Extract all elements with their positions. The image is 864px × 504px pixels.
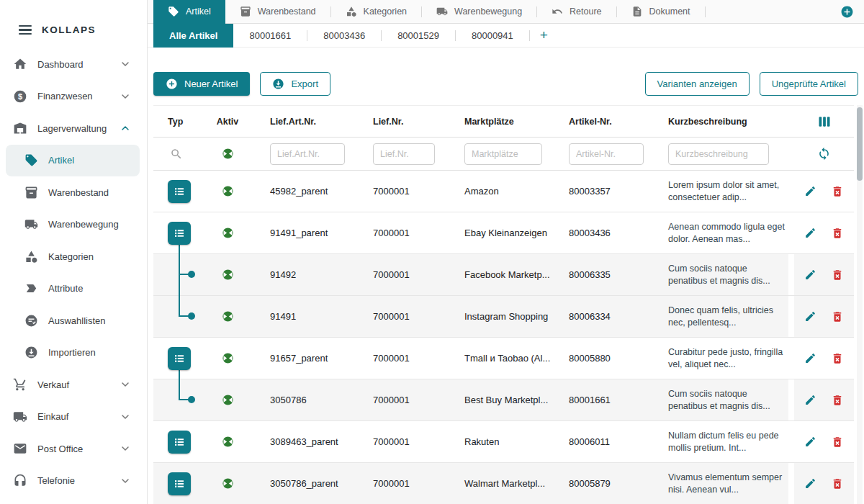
sidebar-subitem-kategorien[interactable]: Kategorien: [0, 240, 147, 273]
cell-marktplatz: Instagram Shopping: [451, 296, 555, 337]
edit-icon[interactable]: [804, 394, 816, 406]
cell-artikel-nr: 80005879: [555, 463, 654, 504]
refresh-icon[interactable]: [817, 147, 831, 161]
edit-icon[interactable]: [804, 310, 816, 323]
filter-artikel-nr-input[interactable]: [569, 143, 644, 165]
button-label: Neuer Artikel: [184, 78, 238, 89]
sidebar-subitem-importieren[interactable]: Importieren: [0, 337, 147, 369]
edit-icon[interactable]: [804, 436, 816, 448]
table-row[interactable]: 45982_parent 7000001 Amazon 80003357 Lor…: [153, 171, 854, 212]
subtab-article[interactable]: 80000941: [456, 24, 529, 48]
subtab-label: 80000941: [472, 30, 513, 41]
sidebar-item-label: Telefonie: [37, 475, 75, 486]
table-row[interactable]: 3050786_parent 7000001 Walmart Marketpl.…: [153, 463, 854, 504]
show-variants-button[interactable]: Varianten anzeigen: [645, 72, 750, 96]
table-row[interactable]: 91492 7000001 Facebook Marketp... 800063…: [153, 254, 854, 296]
cell-lief-art-nr: 91491_parent: [256, 212, 359, 253]
cell-kurzbeschreibung: Cum sociis natoque penatibus et magnis d…: [668, 388, 788, 413]
delete-icon[interactable]: [831, 436, 844, 449]
truck-icon: [24, 217, 38, 231]
sidebar-item-label: Verkauf: [37, 379, 69, 390]
delete-icon[interactable]: [831, 477, 844, 490]
tab-warenbewegung[interactable]: Warenbewegung: [422, 0, 536, 24]
new-article-button[interactable]: Neuer Artikel: [153, 72, 250, 96]
sidebar-subitem-warenbewegung[interactable]: Warenbewegung: [0, 209, 147, 241]
chevron-down-icon: [120, 379, 131, 390]
sidebar: KOLLAPS Dashboard Finanzwesen Lagerverwa…: [0, 0, 148, 504]
table-row[interactable]: 91657_parent 7000001 Tmall и Taobao (Al.…: [153, 338, 854, 379]
add-article-tab-icon[interactable]: +: [530, 27, 558, 43]
sidebar-subitem-warenbestand[interactable]: Warenbestand: [0, 176, 147, 209]
document-icon: [631, 6, 643, 17]
active-filter-icon[interactable]: [222, 148, 234, 160]
tab-artikel[interactable]: Artikel: [153, 0, 225, 24]
table-row[interactable]: 3089463_parent 7000001 Rakuten 80006011 …: [153, 421, 854, 463]
sidebar-item-dashboard[interactable]: Dashboard: [0, 48, 147, 81]
header-kurzbeschreibung: Kurzbeschreibung: [654, 106, 788, 137]
table-header-row: Typ Aktiv Lief.Art.Nr. Lief.Nr. Marktplä…: [153, 105, 854, 138]
edit-icon[interactable]: [804, 352, 816, 364]
export-button[interactable]: Export: [260, 72, 330, 96]
edit-icon[interactable]: [804, 227, 816, 239]
edit-icon[interactable]: [804, 477, 816, 490]
vertical-scrollbar-thumb[interactable]: [857, 107, 863, 181]
column-settings-icon[interactable]: [817, 114, 832, 129]
cell-lief-art-nr: 91492: [256, 254, 359, 295]
header-typ: Typ: [153, 106, 199, 137]
unchecked-articles-button[interactable]: Ungeprüfte Artikel: [760, 72, 858, 96]
sidebar-subitem-auswahllisten[interactable]: Auswahllisten: [0, 305, 147, 337]
sidebar-item-telefonie[interactable]: Telefonie: [0, 465, 147, 498]
subtab-alle-artikel[interactable]: Alle Artikel: [153, 24, 233, 48]
edit-icon[interactable]: [804, 269, 816, 281]
sidebar-subitem-artikel[interactable]: Artikel: [6, 145, 140, 177]
sidebar-item-verkauf[interactable]: Verkauf: [0, 369, 147, 401]
tab-dokument[interactable]: Dokument: [617, 0, 705, 24]
filter-kurzbeschreibung-input[interactable]: [668, 143, 769, 165]
header-artikel-nr: Artikel-Nr.: [555, 106, 654, 137]
filter-lief-nr-input[interactable]: [373, 143, 435, 165]
tree-node-dot: [188, 271, 195, 278]
expand-list-icon[interactable]: [168, 180, 191, 203]
cell-marktplatz: Walmart Marketpl...: [451, 463, 555, 504]
delete-icon[interactable]: [831, 185, 844, 198]
subtab-article[interactable]: 80003436: [307, 24, 381, 48]
warehouse-icon: [13, 121, 27, 135]
sidebar-item-finanzwesen[interactable]: Finanzwesen: [0, 81, 147, 113]
sidebar-item-post-office[interactable]: Post Office: [0, 433, 147, 465]
sidebar-item-einkauf[interactable]: Einkauf: [0, 401, 147, 433]
tab-warenbestand[interactable]: Warenbestand: [225, 0, 330, 24]
expand-list-icon[interactable]: [168, 222, 191, 245]
return-icon: [552, 6, 563, 17]
table-row[interactable]: 91491 7000001 Instagram Shopping 8000633…: [153, 296, 854, 338]
add-tab-icon[interactable]: [840, 5, 854, 19]
active-status-icon: [222, 394, 234, 406]
subtab-article[interactable]: 80001529: [382, 24, 455, 48]
subtab-label: 80001661: [249, 30, 291, 41]
sidebar-subitem-attribute[interactable]: Attribute: [0, 273, 147, 305]
filter-marktplaetze-input[interactable]: [464, 143, 542, 165]
edit-icon[interactable]: [804, 185, 816, 197]
sidebar-item-lagerverwaltung[interactable]: Lagerverwaltung: [0, 112, 147, 145]
hamburger-menu-icon[interactable]: [19, 25, 32, 35]
label-arrow-icon: [24, 282, 38, 295]
subtab-article[interactable]: 80001661: [233, 24, 307, 48]
tab-kategorien[interactable]: Kategorien: [331, 0, 421, 24]
search-icon[interactable]: [170, 148, 183, 161]
delete-icon[interactable]: [831, 227, 844, 240]
delete-icon[interactable]: [831, 269, 844, 282]
table-row[interactable]: 3050786 7000001 Best Buy Marketpl... 800…: [153, 379, 854, 421]
expand-list-icon[interactable]: [168, 472, 191, 495]
expand-list-icon[interactable]: [168, 347, 191, 370]
expand-list-icon[interactable]: [168, 431, 191, 454]
delete-icon[interactable]: [831, 310, 844, 323]
tab-retoure[interactable]: Retoure: [537, 0, 616, 24]
table-row[interactable]: 91491_parent 7000001 Ebay Kleinanzeigen …: [153, 212, 854, 254]
filter-lief-art-nr-input[interactable]: [270, 143, 345, 165]
box-icon: [240, 6, 251, 17]
delete-icon[interactable]: [831, 394, 844, 407]
tab-label: Warenbestand: [258, 6, 316, 17]
cart-icon: [13, 377, 27, 392]
sidebar-subitem-label: Artikel: [48, 155, 74, 166]
delete-icon[interactable]: [831, 352, 844, 365]
tree-node-dot: [188, 312, 195, 320]
